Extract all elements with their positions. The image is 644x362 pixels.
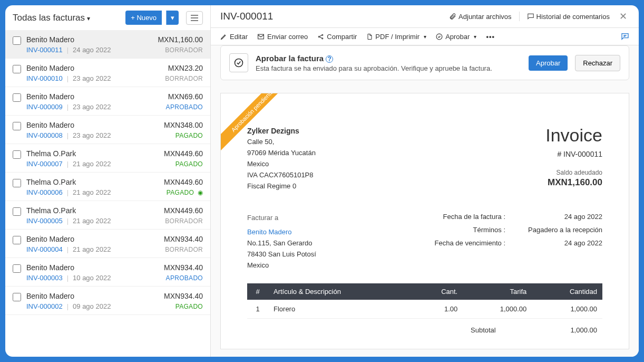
select-checkbox[interactable] [13, 236, 21, 244]
terms-label: Términos : [426, 226, 505, 234]
toggle-comments-button[interactable] [621, 32, 629, 41]
invoice-list[interactable]: Benito MaderoMXN1,160.00INV-000011|24 ag… [5, 30, 210, 357]
invoice-date-value: 24 ago 2022 [518, 213, 602, 221]
list-filter-dropdown[interactable]: Todas las facturas [13, 13, 121, 23]
help-icon[interactable]: ? [326, 55, 333, 63]
subtotal-value: 1,000.00 [570, 326, 597, 334]
list-item[interactable]: Thelma O.ParkMXN449.60INV-000007|21 ago … [5, 144, 210, 173]
svg-point-3 [322, 37, 323, 39]
invoice-id-link[interactable]: INV-000008 [26, 131, 63, 139]
item-body: Benito MaderoMXN934.40INV-000002|09 ago … [26, 292, 203, 310]
attach-files-button[interactable]: Adjuntar archivos [449, 13, 511, 21]
svg-point-2 [322, 34, 323, 35]
list-item[interactable]: Thelma O.ParkMXN449.60INV-000005|21 ago … [5, 201, 210, 230]
invoice-meta: Fecha de la factura : 24 ago 2022 Términ… [426, 213, 602, 271]
approve-button[interactable]: Aprobar [529, 55, 568, 71]
list-item[interactable]: Benito MaderoMXN1,160.00INV-000011|24 ag… [5, 30, 210, 59]
bill-to-line: 78430 San Luis Potosí [247, 249, 316, 260]
invoice-id-link[interactable]: INV-000005 [26, 217, 63, 225]
invoice-id-link[interactable]: INV-000007 [26, 160, 63, 168]
new-label: Nuevo [136, 14, 157, 22]
list-item[interactable]: Benito MaderoMXN934.40INV-000002|09 ago … [5, 287, 210, 315]
item-body: Benito MaderoMXN1,160.00INV-000011|24 ag… [26, 35, 203, 54]
status-badge: APROBADO [166, 274, 203, 282]
item-body: Thelma O.ParkMXN449.60INV-000005|21 ago … [26, 206, 203, 225]
separator: | [67, 46, 69, 54]
list-item[interactable]: Thelma O.ParkMXN449.60INV-000006|21 ago … [5, 173, 210, 201]
invoice-date-label: Fecha de la factura : [426, 213, 505, 221]
meta-row: Términos : Pagadero a la recepción [426, 226, 602, 234]
amount: MXN348.00 [164, 121, 203, 129]
new-invoice-button[interactable]: + Nuevo [125, 11, 162, 25]
close-detail-button[interactable]: ✕ [617, 11, 629, 22]
date: 21 ago 2022 [73, 188, 111, 196]
comment-history-button[interactable]: Historial de comentarios [527, 13, 610, 21]
invoice-detail-panel: INV-000011 Adjuntar archivos Historial d… [211, 5, 639, 357]
separator: | [67, 160, 69, 168]
invoice-id-link[interactable]: INV-000011 [26, 46, 63, 54]
amount: MXN1,160.00 [158, 35, 203, 44]
status-badge: APROBADO [166, 103, 203, 111]
invoice-id-link[interactable]: INV-000006 [26, 188, 63, 196]
send-email-button[interactable]: Enviar correo [257, 33, 308, 41]
select-checkbox[interactable] [13, 179, 21, 187]
approve-dropdown[interactable]: Aprobar [436, 33, 476, 41]
invoice-id-link[interactable]: INV-000003 [26, 274, 63, 282]
customer-name: Benito Madero [26, 121, 74, 129]
select-checkbox[interactable] [13, 293, 21, 301]
list-item[interactable]: Benito MaderoMXN23.20INV-000010|23 ago 2… [5, 59, 210, 87]
company-line: 97069 Mérida Yucatán [247, 148, 316, 159]
pdf-print-dropdown[interactable]: PDF / Imprimir [366, 33, 426, 41]
select-checkbox[interactable] [13, 207, 21, 216]
list-item[interactable]: Benito MaderoMXN934.40INV-000003|10 ago … [5, 258, 210, 287]
approval-title: Aprobar la factura? [256, 54, 521, 63]
select-checkbox[interactable] [13, 36, 21, 45]
date: 10 ago 2022 [73, 274, 111, 282]
item-body: Benito MaderoMXN934.40INV-000003|10 ago … [26, 263, 203, 282]
totals-block: Subtotal 1,000.00 [247, 322, 602, 338]
amount: MXN934.40 [164, 292, 203, 300]
list-item[interactable]: Benito MaderoMXN348.00INV-000008|23 ago … [5, 116, 210, 144]
due-date-value: 24 ago 2022 [518, 239, 602, 247]
share-button[interactable]: Compartir [317, 33, 357, 41]
list-menu-button[interactable] [186, 11, 203, 25]
company-block: Zylker Dezigns Calle 50, 97069 Mérida Yu… [247, 125, 316, 192]
more-actions-button[interactable]: ••• [486, 33, 495, 41]
list-item[interactable]: Benito MaderoMXN69.60INV-000009|23 ago 2… [5, 87, 210, 116]
invoice-id-link[interactable]: INV-000002 [26, 302, 63, 310]
date: 21 ago 2022 [73, 217, 111, 225]
edit-button[interactable]: Editar [220, 33, 248, 41]
select-checkbox[interactable] [13, 150, 21, 159]
approval-check-icon [233, 58, 244, 68]
select-checkbox[interactable] [13, 93, 21, 102]
invoice-id-link[interactable]: INV-000010 [26, 74, 63, 82]
detail-header: INV-000011 Adjuntar archivos Historial d… [211, 5, 639, 28]
select-checkbox[interactable] [13, 264, 21, 273]
customer-name: Thelma O.Park [26, 178, 76, 186]
invoice-id-link[interactable]: INV-000004 [26, 245, 63, 253]
status-badge: BORRADOR [165, 217, 203, 225]
item-body: Benito MaderoMXN69.60INV-000009|23 ago 2… [26, 92, 203, 111]
invoice-id-link[interactable]: INV-000009 [26, 103, 63, 111]
amount: MXN934.40 [164, 263, 203, 272]
new-invoice-dropdown[interactable]: ▾ [166, 11, 179, 25]
detail-body[interactable]: Aprobar la factura? Esta factura se ha e… [211, 45, 639, 357]
comment-icon [527, 13, 534, 20]
bill-to-name[interactable]: Benito Madero [247, 227, 316, 238]
list-item[interactable]: Benito MaderoMXN934.40INV-000004|21 ago … [5, 230, 210, 258]
reject-button[interactable]: Rechazar [575, 55, 620, 71]
table-row: 1Florero1.001,000.001,000.00 [247, 300, 602, 319]
select-checkbox[interactable] [13, 65, 21, 73]
amount: MXN934.40 [164, 235, 203, 243]
cell-rate: 1,000.00 [463, 300, 532, 319]
separator: | [67, 74, 69, 82]
check-circle-icon [436, 33, 443, 40]
status-badge: BORRADOR [165, 246, 203, 253]
customer-name: Thelma O.Park [26, 206, 76, 215]
chat-icon [621, 32, 629, 41]
col-rate: Tarifa [463, 283, 532, 300]
date: 21 ago 2022 [73, 245, 111, 253]
cell-amount: 1,000.00 [532, 300, 602, 319]
select-checkbox[interactable] [13, 122, 21, 130]
line-items-table: # Artículo & Descripción Cant. Tarifa Ca… [247, 283, 602, 319]
